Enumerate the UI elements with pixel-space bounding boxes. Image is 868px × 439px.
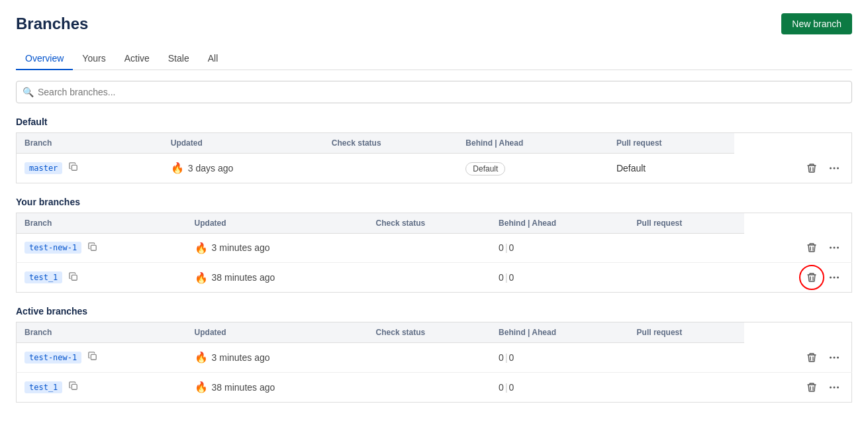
tab-yours[interactable]: Yours [73,48,115,70]
updated-time: 3 minutes ago [212,352,270,363]
section-title-your-branches: Your branches [16,197,852,207]
svg-rect-12 [91,355,97,360]
ahead-count: 0 [509,272,514,283]
col-header-check-status: Check status [368,322,491,343]
divider: | [505,272,508,283]
tab-stale[interactable]: Stale [159,48,199,70]
fire-icon: 🔥 [171,162,184,174]
branch-tag[interactable]: test_1 [24,381,62,393]
delete-button[interactable] [802,350,821,366]
more-options-button[interactable] [825,160,844,176]
branch-tag[interactable]: test-new-1 [24,352,81,364]
behind-count: 0 [499,382,504,393]
divider: | [505,352,508,363]
behind-ahead-cell: 0|0 [491,372,629,402]
updated-time: 38 minutes ago [212,382,275,393]
updated-time: 38 minutes ago [212,272,275,283]
svg-point-19 [837,386,839,388]
col-header-branch: Branch [17,213,187,233]
svg-rect-16 [72,384,77,389]
delete-button[interactable] [802,269,821,285]
svg-point-3 [837,167,839,169]
tabs-nav: OverviewYoursActiveStaleAll [16,48,852,70]
search-icon: 🔍 [23,87,34,97]
search-input[interactable] [16,81,852,103]
table-row: test_1 🔥38 minutes ago0|0 [17,372,852,402]
check-status-cell [368,372,491,402]
svg-point-13 [830,356,832,358]
table-row: test_1 🔥38 minutes ago0|0 [17,263,852,293]
col-header-branch: Branch [17,133,163,154]
branch-table-your-branches: BranchUpdatedCheck statusBehind | AheadP… [16,213,852,293]
delete-button[interactable] [802,240,821,256]
more-options-button[interactable] [825,269,844,285]
delete-button[interactable] [802,160,821,176]
section-title-active-branches: Active branches [16,306,852,317]
col-header-pull-request: Pull request [629,322,744,343]
svg-point-5 [830,247,832,249]
fire-icon: 🔥 [195,242,208,254]
col-header-pull-request: Pull request [608,133,734,154]
page-header: Branches New branch [16,13,852,34]
action-cell [744,343,852,373]
table-row: test-new-1 🔥3 minutes ago0|0 [17,343,852,373]
behind-count: 0 [499,352,504,363]
copy-icon[interactable] [68,271,79,285]
more-options-button[interactable] [825,240,844,256]
delete-button[interactable] [802,379,821,395]
more-options-button[interactable] [825,350,844,366]
ahead-count: 0 [509,242,514,253]
copy-icon[interactable] [87,241,99,255]
updated-cell: 🔥38 minutes ago [187,372,368,402]
col-header-check-status: Check status [324,133,458,154]
new-branch-button[interactable]: New branch [781,13,852,34]
fire-icon: 🔥 [195,351,208,364]
branch-tag[interactable]: test_1 [24,271,62,283]
svg-point-18 [834,386,836,388]
branch-name-cell: test_1 [17,263,187,293]
svg-point-15 [837,356,839,358]
updated-time: 3 minutes ago [212,242,270,253]
branch-name-cell: test-new-1 [17,343,187,373]
action-cell [744,372,852,402]
fire-icon: 🔥 [195,271,208,284]
pull-request-cell [629,233,744,263]
tab-all[interactable]: All [199,48,228,70]
col-header-pull-request: Pull request [629,213,744,233]
tab-active[interactable]: Active [115,48,159,70]
svg-point-17 [830,386,832,388]
check-status-cell [324,154,458,183]
fire-icon: 🔥 [195,381,208,393]
branch-tag[interactable]: master [24,162,62,174]
updated-cell: 🔥3 minutes ago [187,343,368,373]
behind-ahead-cell: 0|0 [491,233,629,263]
updated-time: 3 days ago [188,163,234,173]
branch-name-cell: test-new-1 [17,233,187,263]
branch-table-default: BranchUpdatedCheck statusBehind | AheadP… [16,132,852,183]
pull-request-cell: Default [608,154,734,183]
updated-cell: 🔥3 days ago [163,154,324,183]
pull-request-cell [629,263,744,293]
col-header-updated: Updated [187,322,368,343]
svg-point-6 [834,247,836,249]
ahead-count: 0 [509,382,514,393]
ahead-count: 0 [509,352,514,363]
svg-point-9 [830,277,832,279]
svg-point-7 [837,247,839,249]
branch-name-cell: master [17,154,163,183]
more-options-button[interactable] [825,379,844,395]
svg-rect-8 [72,275,77,280]
col-header-behind: Behind | Ahead [491,322,629,343]
copy-icon[interactable] [87,350,99,364]
copy-icon[interactable] [68,161,79,175]
col-header-branch: Branch [17,322,187,343]
copy-icon[interactable] [68,380,79,394]
check-status-cell [368,263,491,293]
branch-name-cell: test_1 [17,372,187,402]
action-cell [744,233,852,263]
branch-tag[interactable]: test-new-1 [24,242,81,254]
default-badge: Default [465,162,505,175]
updated-cell: 🔥3 minutes ago [187,233,368,263]
action-cell [744,263,852,293]
tab-overview[interactable]: Overview [16,48,73,70]
